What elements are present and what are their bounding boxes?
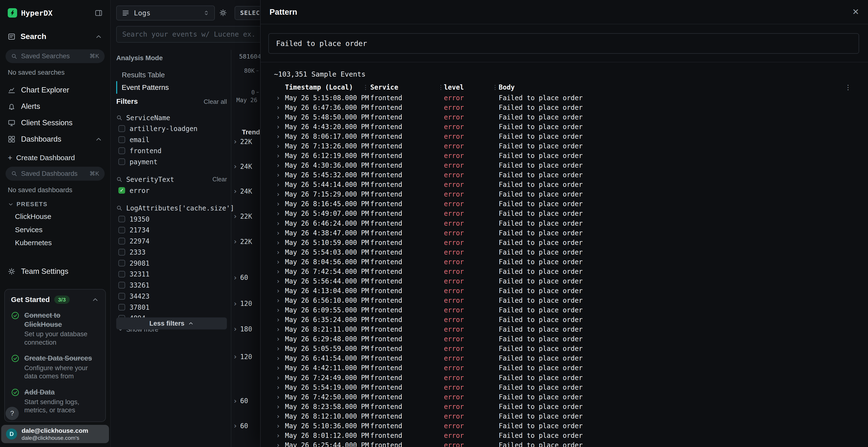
pattern-row[interactable]: ›24K [233, 187, 252, 195]
event-row[interactable]: ›May 26 6:56:10.000 PMfrontenderrorFaile… [261, 296, 868, 305]
pattern-row[interactable]: ›60 [233, 397, 248, 405]
event-row[interactable]: ›May 26 5:10:36.000 PMfrontenderrorFaile… [261, 421, 868, 431]
event-row[interactable]: ›May 26 6:09:55.000 PMfrontenderrorFaile… [261, 305, 868, 315]
event-row[interactable]: ›May 26 4:38:47.000 PMfrontenderrorFaile… [261, 228, 868, 238]
event-row[interactable]: ›May 26 6:41:54.000 PMfrontenderrorFaile… [261, 353, 868, 363]
pattern-row[interactable]: ›22K [233, 138, 252, 145]
get-started-item[interactable]: Add DataStart sending logs, metrics, or … [11, 388, 99, 414]
pattern-row[interactable]: ›24K [233, 163, 252, 170]
event-row[interactable]: ›May 26 4:13:04.000 PMfrontenderrorFaile… [261, 286, 868, 296]
team-settings-button[interactable]: Team Settings [0, 262, 110, 281]
event-row[interactable]: ›May 26 5:10:59.000 PMfrontenderrorFaile… [261, 238, 868, 247]
event-row[interactable]: ›May 26 7:15:29.000 PMfrontenderrorFaile… [261, 189, 868, 199]
sidebar-item-chart-explorer[interactable]: Chart Explorer [0, 82, 110, 98]
source-settings-gear-icon[interactable] [219, 9, 227, 16]
event-row[interactable]: ›May 26 5:45:32.000 PMfrontenderrorFaile… [261, 170, 868, 180]
pattern-row[interactable]: ›120 [233, 353, 252, 360]
collapse-sidebar-icon[interactable] [95, 9, 102, 17]
event-row[interactable]: ›May 26 6:29:48.000 PMfrontenderrorFaile… [261, 334, 868, 344]
checkbox[interactable] [118, 238, 125, 244]
filter-option[interactable]: 22974 [116, 236, 227, 247]
less-filters-button[interactable]: Less filters [116, 317, 227, 330]
event-row[interactable]: ›May 26 5:56:44.000 PMfrontenderrorFaile… [261, 276, 868, 286]
event-row[interactable]: ›May 26 8:04:56.000 PMfrontenderrorFaile… [261, 257, 868, 267]
sidebar-item-dashboards[interactable]: Dashboards [0, 131, 110, 147]
presets-toggle[interactable]: PRESETS [0, 196, 110, 210]
event-row[interactable]: ›May 26 6:46:24.000 PMfrontenderrorFaile… [261, 218, 868, 228]
analysis-mode-option[interactable]: Results Table [116, 69, 227, 81]
source-select[interactable]: Logs [116, 5, 215, 21]
filter-option[interactable]: payment [116, 156, 227, 167]
event-search-field[interactable] [122, 30, 276, 38]
event-row[interactable]: ›May 26 4:30:36.000 PMfrontenderrorFaile… [261, 161, 868, 170]
checkbox[interactable] [118, 249, 125, 255]
sidebar-section-search[interactable]: Search [0, 25, 110, 46]
event-row[interactable]: ›May 26 7:13:26.000 PMfrontenderrorFaile… [261, 141, 868, 151]
user-menu[interactable]: D dale@clickhouse.com dale@clickhouse.co… [1, 425, 109, 443]
column-header-body[interactable]: Body [499, 82, 515, 93]
checkbox[interactable] [118, 147, 125, 154]
column-resize-handle[interactable]: ⋮ [492, 82, 498, 93]
checkbox[interactable] [118, 125, 125, 132]
clear-all-filters-button[interactable]: Clear all [204, 98, 227, 105]
pattern-row[interactable]: ›22K [233, 212, 252, 220]
checkbox[interactable] [118, 293, 125, 300]
event-row[interactable]: ›May 26 8:01:12.000 PMfrontenderrorFaile… [261, 431, 868, 440]
pattern-row[interactable]: ›180 [233, 325, 252, 333]
event-search-input[interactable] [116, 26, 282, 43]
filter-option[interactable]: 33261 [116, 280, 227, 291]
pattern-row[interactable]: ›60 [233, 274, 248, 281]
event-row[interactable]: ›May 26 4:43:20.000 PMfrontenderrorFaile… [261, 122, 868, 132]
filter-option[interactable]: 19350 [116, 214, 227, 225]
event-row[interactable]: ›May 26 5:54:19.000 PMfrontenderrorFaile… [261, 382, 868, 392]
help-button[interactable]: ? [5, 407, 19, 420]
checkbox[interactable] [118, 271, 125, 278]
filter-option[interactable]: 37801 [116, 302, 227, 313]
filter-option[interactable]: 32311 [116, 269, 227, 280]
event-row[interactable]: ›May 26 5:44:14.000 PMfrontenderrorFaile… [261, 180, 868, 189]
event-row[interactable]: ›May 26 5:48:50.000 PMfrontenderrorFaile… [261, 112, 868, 122]
column-resize-handle[interactable]: ⋮ [363, 82, 369, 93]
event-row[interactable]: ›May 26 5:15:08.000 PMfrontenderrorFaile… [261, 93, 868, 103]
event-row[interactable]: ›May 26 5:54:03.000 PMfrontenderrorFaile… [261, 247, 868, 257]
event-row[interactable]: ›May 26 6:25:44.000 PMfrontenderrorFaile… [261, 440, 868, 447]
saved-dashboards-input[interactable]: Saved Dashboards ⌘K [5, 167, 105, 180]
filter-clear-button[interactable]: Clear [212, 176, 227, 183]
close-icon[interactable]: ✕ [852, 8, 859, 16]
checkbox[interactable] [118, 159, 125, 165]
event-row[interactable]: ›May 26 5:49:07.000 PMfrontenderrorFaile… [261, 209, 868, 218]
column-header-level[interactable]: level [444, 82, 464, 93]
event-row[interactable]: ›May 26 7:42:50.000 PMfrontenderrorFaile… [261, 392, 868, 402]
event-row[interactable]: ›May 26 6:47:36.000 PMfrontenderrorFaile… [261, 103, 868, 112]
preset-services[interactable]: Services [0, 223, 110, 236]
event-row[interactable]: ›May 26 6:12:19.000 PMfrontenderrorFaile… [261, 151, 868, 161]
saved-searches-input[interactable]: Saved Searches ⌘K [5, 49, 105, 63]
event-row[interactable]: ›May 26 5:05:59.000 PMfrontenderrorFaile… [261, 344, 868, 353]
column-header-timestamp[interactable]: Timestamp (Local) [285, 82, 353, 93]
event-row[interactable]: ›May 26 7:24:49.000 PMfrontenderrorFaile… [261, 373, 868, 382]
checkbox[interactable] [118, 187, 125, 194]
filter-option[interactable]: frontend [116, 145, 227, 156]
event-row[interactable]: ›May 26 8:16:45.000 PMfrontenderrorFaile… [261, 199, 868, 209]
event-row[interactable]: ›May 26 4:42:11.000 PMfrontenderrorFaile… [261, 363, 868, 373]
filter-option[interactable]: 29081 [116, 258, 227, 269]
event-row[interactable]: ›May 26 8:06:17.000 PMfrontenderrorFaile… [261, 132, 868, 141]
checkbox[interactable] [118, 282, 125, 288]
preset-clickhouse[interactable]: ClickHouse [0, 210, 110, 223]
event-row[interactable]: ›May 26 7:42:54.000 PMfrontenderrorFaile… [261, 267, 868, 276]
checkbox[interactable] [118, 227, 125, 234]
column-resize-handle[interactable]: ⋮ [438, 82, 444, 93]
event-row[interactable]: ›May 26 6:35:24.000 PMfrontenderrorFaile… [261, 315, 868, 324]
checkbox[interactable] [118, 304, 125, 311]
event-row[interactable]: ›May 26 8:21:11.000 PMfrontenderrorFaile… [261, 324, 868, 334]
analysis-mode-option[interactable]: Event Patterns [116, 81, 227, 94]
checkbox[interactable] [118, 260, 125, 267]
sidebar-item-alerts[interactable]: Alerts [0, 98, 110, 115]
pattern-row[interactable]: ›60 [233, 422, 248, 429]
pattern-row[interactable]: ›120 [233, 300, 252, 307]
filter-option[interactable]: artillery-loadgen [116, 123, 227, 134]
sidebar-item-client-sessions[interactable]: Client Sessions [0, 115, 110, 131]
get-started-item[interactable]: Connect to ClickHouseSet up your databas… [11, 311, 99, 347]
filter-option[interactable]: 34423 [116, 291, 227, 302]
preset-kubernetes[interactable]: Kubernetes [0, 236, 110, 249]
